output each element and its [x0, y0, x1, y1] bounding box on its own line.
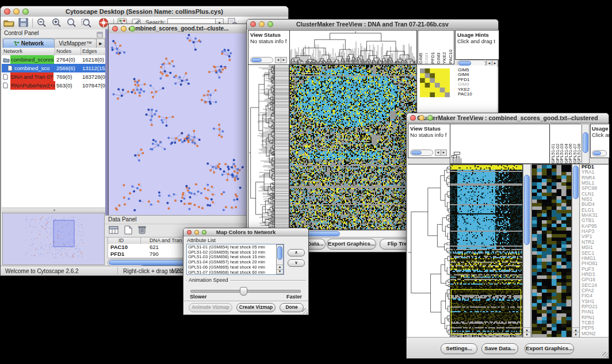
zoom-selected-icon[interactable]: [66, 18, 79, 28]
array-column-label: GPL51-03 (GSM856): [559, 124, 564, 163]
heatmap-canvas[interactable]: [289, 64, 417, 230]
treeview2-title: ClusterMaker TreeView : combined_scores_…: [417, 114, 598, 121]
move-down-button[interactable]: ∨: [288, 259, 305, 267]
slider-thumb[interactable]: [240, 287, 247, 296]
attribute-list-item[interactable]: GPL51-07 (GSM868) heat shock 60 min: [188, 270, 277, 275]
tab-vizmapper[interactable]: VizMapper™: [54, 39, 97, 48]
view-status-scrollbar[interactable]: [410, 150, 433, 156]
dialog-title-bar[interactable]: Map Colors to Network: [183, 228, 308, 236]
tab-overflow-arrow-icon[interactable]: ▶: [96, 39, 105, 48]
minimize-button[interactable]: [13, 9, 20, 15]
network-list-row[interactable]: RNAPuberNov2+I563(0)107847(0): [2, 81, 105, 90]
scroll-down-icon[interactable]: ▼: [523, 332, 530, 337]
scroll-right-icon[interactable]: ►: [441, 150, 447, 156]
usage-hints-scrollbar[interactable]: [592, 150, 607, 156]
maximize-button[interactable]: [22, 9, 29, 15]
usage-hints-title: Usage Hi: [592, 125, 610, 132]
dialog-title: Map Colors to Network: [216, 229, 276, 235]
scroll-down-icon[interactable]: ▼: [277, 269, 283, 274]
network-canvas[interactable]: [109, 33, 247, 214]
global-vscrollbar[interactable]: ▲ ▼: [523, 164, 531, 338]
control-panel: Control Panel Network VizMapper™ ▶ Netwo…: [2, 29, 106, 266]
network-list-row[interactable]: DNA and Tran 07769(0)183728(0): [2, 72, 105, 81]
treeview2-title-bar[interactable]: ClusterMaker TreeView : combined_scores_…: [407, 113, 609, 123]
zoom-in-icon[interactable]: [51, 18, 64, 28]
close-button[interactable]: [410, 115, 416, 121]
zoom-fit-icon[interactable]: [81, 18, 94, 28]
zoom-heatmap-canvas[interactable]: [420, 68, 450, 97]
maximize-button[interactable]: [267, 21, 273, 27]
column-header-nodes[interactable]: Nodes: [56, 48, 71, 54]
settings-button[interactable]: Settings...: [441, 343, 477, 354]
maximize-button[interactable]: [427, 115, 433, 121]
birdseye-view[interactable]: [2, 213, 105, 265]
delete-attribute-icon[interactable]: [137, 225, 147, 237]
network-list: combined_scores2764(0)16218(0)combined_s…: [2, 55, 105, 91]
tab-network[interactable]: Network: [3, 39, 55, 48]
main-title-bar[interactable]: Cytoscape Desktop (Session Name: collins…: [1, 6, 288, 17]
column-dendrogram[interactable]: [450, 124, 550, 164]
gene-list-scrollbar[interactable]: ▲ ▼: [572, 164, 580, 338]
export-graphics-button[interactable]: Export Graphics...: [525, 343, 574, 354]
scrollbar-thumb[interactable]: [583, 132, 588, 153]
attribute-list-scrollbar[interactable]: ▲ ▼: [276, 244, 284, 274]
scrollbar-thumb[interactable]: [524, 175, 530, 245]
close-button[interactable]: [250, 21, 256, 27]
open-icon[interactable]: [3, 18, 16, 28]
done-button[interactable]: Done: [280, 303, 304, 312]
minimize-button[interactable]: [121, 26, 127, 32]
network-list-row[interactable]: combined_sco2569(6)13112(15): [2, 64, 105, 72]
matrix-row-label: PAC10: [458, 92, 472, 97]
zoom-column-labels: GIM5GIM4PFD1GIM3YKE2PAC10: [418, 30, 454, 64]
row-dendrogram[interactable]: [248, 64, 275, 230]
select-attributes-icon[interactable]: [109, 225, 119, 237]
column-header-edges[interactable]: Edges: [82, 48, 97, 54]
gene-list: PFD1YRA1RNR4MSL1SPC98CLN1NIS1BUD4ELG1MAK…: [580, 164, 609, 337]
row-label-strip[interactable]: [274, 64, 289, 230]
maximize-button[interactable]: [202, 230, 206, 235]
gene-label[interactable]: MON2: [582, 331, 609, 336]
column-dendrogram[interactable]: [289, 30, 417, 64]
create-vizmap-button[interactable]: Create Vizmap: [236, 303, 276, 312]
save-icon[interactable]: [18, 18, 31, 28]
minimize-button[interactable]: [194, 230, 199, 235]
scrollbar-thumb[interactable]: [277, 246, 282, 260]
usage-hints-panel: Usage Hi Click and: [590, 124, 610, 158]
animation-speed-label: Animation Speed: [187, 277, 230, 283]
scrollbar-thumb[interactable]: [573, 166, 579, 199]
view-status-message: No status info f: [250, 38, 286, 44]
usage-hints-message: Click and: [592, 132, 610, 138]
column-labels-scrollbar[interactable]: [582, 124, 590, 164]
scroll-down-icon[interactable]: ▼: [572, 332, 579, 337]
maximize-button[interactable]: [129, 26, 135, 32]
save-data-button[interactable]: Save Data...: [481, 343, 518, 354]
array-column-label: GPL51-01 (GSM854): [550, 124, 555, 163]
treeview1-title-bar[interactable]: ClusterMaker TreeView : DNA and Tran 07-…: [247, 20, 498, 29]
array-column-label: GPL51-02 (GSM855): [555, 124, 560, 163]
move-up-button[interactable]: ∧: [288, 249, 305, 256]
minimize-button[interactable]: [259, 21, 265, 27]
animate-vizmap-button[interactable]: Animate Vizmap: [189, 303, 232, 312]
resize-grip[interactable]: [602, 352, 608, 358]
column-header-network[interactable]: Network: [3, 48, 22, 54]
scroll-up-icon[interactable]: ▲: [277, 265, 283, 269]
window-controls: [4, 9, 29, 15]
global-heatmap-canvas[interactable]: [450, 164, 523, 338]
network-list-empty-area[interactable]: [2, 91, 105, 209]
array-column-label: GPL51-06 (GSM865): [568, 124, 572, 163]
network-edges: 16218(0): [82, 55, 104, 64]
resize-grip[interactable]: [302, 308, 308, 314]
zoom-heatmap-canvas[interactable]: [531, 164, 572, 338]
close-button[interactable]: [4, 9, 10, 15]
minimize-button[interactable]: [419, 115, 424, 121]
close-button[interactable]: [187, 230, 192, 235]
network-list-row[interactable]: combined_scores2764(0)16218(0): [2, 55, 105, 64]
scroll-right-icon[interactable]: ►: [281, 57, 287, 63]
create-attribute-icon[interactable]: [124, 225, 133, 237]
close-button[interactable]: [112, 26, 118, 32]
export-graphics-button[interactable]: Export Graphics...: [327, 239, 376, 250]
zoom-out-icon[interactable]: [36, 18, 49, 28]
view-status-scrollbar[interactable]: [250, 57, 273, 63]
data-column-id[interactable]: ID: [118, 237, 124, 243]
row-dendrogram[interactable]: [408, 164, 450, 337]
